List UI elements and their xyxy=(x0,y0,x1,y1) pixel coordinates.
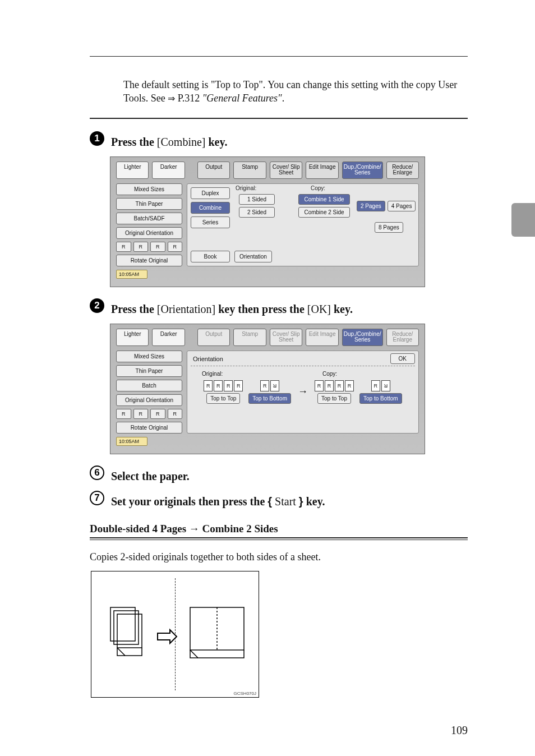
panel1-left-column: Mixed Sizes Thin Paper Batch/SADF Origin… xyxy=(116,183,182,266)
orient-icon[interactable]: R xyxy=(133,242,149,252)
step2-pre: Press the xyxy=(111,303,157,315)
btn-batch[interactable]: Batch xyxy=(116,380,182,391)
tab-cover[interactable]: Cover/ Slip Sheet xyxy=(270,162,302,179)
panel-clock: 10:05AM xyxy=(116,270,147,279)
mode-combine[interactable]: Combine xyxy=(191,202,230,214)
pages-2[interactable]: 2 Pages xyxy=(357,201,385,211)
key-bracket-close: } xyxy=(299,495,303,508)
btn-original-orientation[interactable]: Original Orientation xyxy=(116,394,182,406)
step-number-icon: 6 xyxy=(90,465,104,480)
btn-mixed-sizes[interactable]: Mixed Sizes xyxy=(116,183,182,195)
figure-combine-2sides: GCSH070J xyxy=(91,571,259,698)
copy-top-to-bottom[interactable]: RR Top to Bottom xyxy=(359,380,402,404)
tab-reduce: Reduce/ Enlarge xyxy=(386,329,419,346)
figure-right-icon xyxy=(179,574,257,697)
mode-book[interactable]: Book xyxy=(191,251,230,262)
orient-icon[interactable]: R xyxy=(116,242,131,252)
orientation-button[interactable]: Orientation xyxy=(234,251,272,262)
section-rule xyxy=(90,118,468,119)
arrow-right-icon xyxy=(155,625,178,648)
tab-stamp: Stamp xyxy=(233,329,266,346)
key-bracket-open: { xyxy=(268,495,272,508)
step-1: 1 Press the [Combine] key. xyxy=(90,131,468,149)
tab-row: Lighter Darker Output Stamp Cover/ Slip … xyxy=(116,329,419,346)
arrow-icon: → xyxy=(297,386,309,398)
copy-combine2[interactable]: Combine 2 Side xyxy=(298,207,350,218)
step-7: 7 Set your originals then press the { St… xyxy=(90,491,468,508)
step1-post: key. xyxy=(209,136,228,148)
orientation-icons: R R R R xyxy=(116,409,182,419)
reference-arrow-icon: ⇒ xyxy=(168,94,175,103)
ok-button[interactable]: OK xyxy=(390,353,415,364)
btn-original-orientation[interactable]: Original Orientation xyxy=(116,227,182,239)
tab-dup-combine-series[interactable]: Dup./Combine/ Series xyxy=(342,329,383,346)
step1-key: [Combine] xyxy=(157,136,206,148)
panel2-left-column: Mixed Sizes Thin Paper Batch Original Or… xyxy=(116,351,182,434)
orient-icon[interactable]: R xyxy=(168,242,183,252)
tab-lighter[interactable]: Lighter xyxy=(116,162,149,179)
tab-stamp[interactable]: Stamp xyxy=(233,162,266,179)
copy-top-to-top[interactable]: RRRR Top to Top xyxy=(315,380,354,404)
bubble-2: 2 xyxy=(90,298,104,313)
orient-icon[interactable]: R xyxy=(133,409,149,419)
pages-8[interactable]: 8 Pages xyxy=(375,222,403,233)
step6-text: Select the paper. xyxy=(111,470,190,483)
orient-icon[interactable]: R xyxy=(116,409,131,419)
pages-4[interactable]: 4 Pages xyxy=(388,201,416,211)
opt-label: Top to Top xyxy=(206,393,240,404)
subsection-title: Double-sided 4 Pages → Combine 2 Sides xyxy=(90,523,468,535)
label-copy: Copy: xyxy=(311,185,325,191)
label-original: Original: xyxy=(191,371,294,377)
tab-output: Output xyxy=(197,329,230,346)
orient-icon[interactable]: R xyxy=(168,409,183,419)
btn-thin-paper[interactable]: Thin Paper xyxy=(116,365,182,377)
tab-lighter[interactable]: Lighter xyxy=(116,329,149,346)
mode-series[interactable]: Series xyxy=(191,216,230,228)
orig-1sided[interactable]: 1 Sided xyxy=(239,194,275,205)
orig-top-to-bottom[interactable]: RR Top to Bottom xyxy=(248,380,291,404)
step7-key: Start xyxy=(275,495,296,508)
step1-pre: Press the xyxy=(111,136,157,148)
btn-thin-paper[interactable]: Thin Paper xyxy=(116,198,182,210)
bubble-6: 6 xyxy=(90,465,104,480)
intro-paragraph: The default setting is "Top to Top". You… xyxy=(123,78,468,105)
tab-output[interactable]: Output xyxy=(197,162,230,179)
orientation-icons: R R R R xyxy=(116,242,182,252)
orig-2sided[interactable]: 2 Sided xyxy=(239,207,275,218)
tab-reduce[interactable]: Reduce/ Enlarge xyxy=(386,162,419,179)
btn-batch-sadf[interactable]: Batch/SADF xyxy=(116,213,182,224)
opt-label: Top to Bottom xyxy=(248,393,291,404)
screenshot-panel-1: Lighter Darker Output Stamp Cover/ Slip … xyxy=(110,156,425,287)
subsection-desc: Copies 2-sided originals together to bot… xyxy=(90,551,468,563)
screenshot-panel-2: Lighter Darker Output Stamp Cover/ Slip … xyxy=(110,324,425,454)
step2-key2: [OK] xyxy=(307,303,331,315)
tab-darker[interactable]: Darker xyxy=(152,162,185,179)
panel-clock: 10:05AM xyxy=(116,437,147,446)
btn-rotate-original[interactable]: Rotate Original xyxy=(116,255,182,266)
label-copy: Copy: xyxy=(294,371,415,377)
step-2: 2 Press the [Orientation] key then press… xyxy=(90,298,468,316)
orient-icon[interactable]: R xyxy=(150,242,165,252)
step7-post: key. xyxy=(306,495,325,508)
tab-edit: Edit Image xyxy=(306,329,338,346)
orient-icon[interactable]: R xyxy=(150,409,165,419)
step-number-icon: 7 xyxy=(90,491,104,505)
btn-mixed-sizes[interactable]: Mixed Sizes xyxy=(116,351,182,362)
tab-darker[interactable]: Darker xyxy=(152,329,185,346)
top-rule xyxy=(90,56,468,57)
subsection-rule-thin xyxy=(90,540,468,540)
bubble-1: 1 xyxy=(90,131,104,146)
tab-cover: Cover/ Slip Sheet xyxy=(270,329,302,346)
copy-combine1[interactable]: Combine 1 Side xyxy=(298,194,350,205)
tab-edit[interactable]: Edit Image xyxy=(306,162,338,179)
mode-duplex[interactable]: Duplex xyxy=(191,187,230,199)
tab-dup-combine-series[interactable]: Dup./Combine/ Series xyxy=(342,162,383,179)
tab-row: Lighter Darker Output Stamp Cover/ Slip … xyxy=(116,162,419,179)
step2-post: key. xyxy=(334,303,353,315)
step7-pre: Set your originals then press the xyxy=(111,495,268,508)
label-original: Original: xyxy=(236,185,256,191)
opt-label: Top to Bottom xyxy=(359,393,402,404)
orig-top-to-top[interactable]: RRRR Top to Top xyxy=(204,380,243,404)
reference-period: . xyxy=(282,93,285,104)
btn-rotate-original[interactable]: Rotate Original xyxy=(116,422,182,434)
